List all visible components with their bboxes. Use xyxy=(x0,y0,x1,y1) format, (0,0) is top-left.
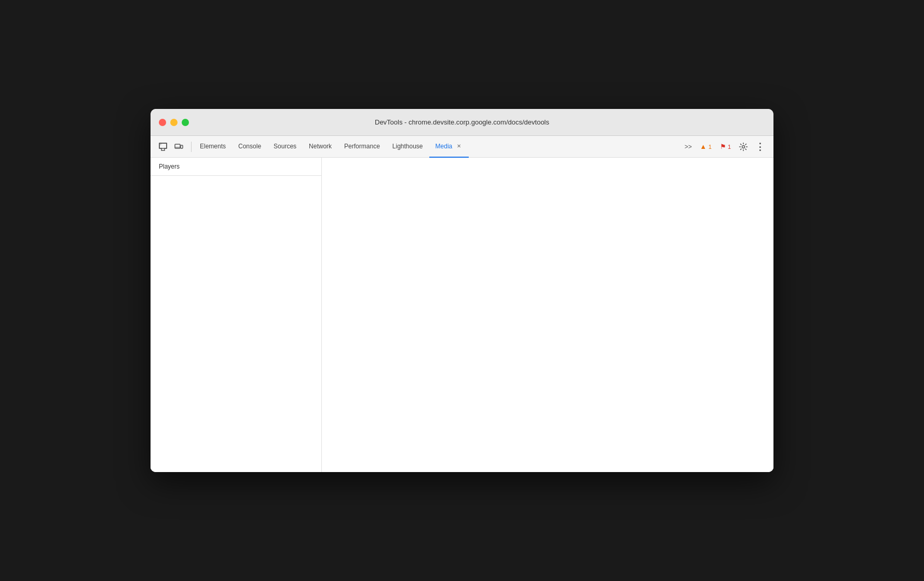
tab-network[interactable]: Network xyxy=(303,136,338,158)
tab-bar: Elements Console Sources Network Perform… xyxy=(151,136,773,158)
device-toggle-button[interactable] xyxy=(171,140,186,154)
sidebar: Players xyxy=(151,158,322,472)
devtools-window: DevTools - chrome.devsite.corp.google.co… xyxy=(151,109,773,472)
tab-bar-icons xyxy=(153,140,189,154)
main-content: Players xyxy=(151,158,773,472)
svg-rect-2 xyxy=(175,144,180,148)
error-count: 1 xyxy=(728,144,731,150)
settings-icon xyxy=(739,142,748,151)
inspector-toggle-button[interactable] xyxy=(156,140,170,154)
settings-button[interactable] xyxy=(736,140,751,154)
errors-badge[interactable]: ⚑ 1 xyxy=(717,142,734,151)
tab-media[interactable]: Media ✕ xyxy=(429,136,469,158)
content-area xyxy=(322,158,773,472)
tab-elements[interactable]: Elements xyxy=(194,136,232,158)
minimize-button[interactable] xyxy=(170,119,178,126)
more-options-button[interactable]: ⋮ xyxy=(753,140,767,154)
device-icon xyxy=(174,142,183,151)
maximize-button[interactable] xyxy=(182,119,189,126)
warnings-badge[interactable]: ▲ 1 xyxy=(697,142,715,151)
close-button[interactable] xyxy=(159,119,166,126)
tab-divider-1 xyxy=(191,142,192,152)
svg-rect-1 xyxy=(159,143,167,148)
more-icon: ⋮ xyxy=(755,142,765,151)
sidebar-header: Players xyxy=(151,158,321,176)
warning-icon: ▲ xyxy=(700,143,707,150)
players-label: Players xyxy=(159,163,180,170)
tab-console[interactable]: Console xyxy=(232,136,267,158)
title-bar: DevTools - chrome.devsite.corp.google.co… xyxy=(151,109,773,136)
tab-lighthouse[interactable]: Lighthouse xyxy=(386,136,429,158)
tab-bar-right: >> ▲ 1 ⚑ 1 ⋮ xyxy=(682,140,771,154)
tab-sources[interactable]: Sources xyxy=(267,136,303,158)
traffic-lights xyxy=(159,119,189,126)
svg-point-5 xyxy=(742,145,745,148)
warning-count: 1 xyxy=(709,144,712,150)
tab-media-close[interactable]: ✕ xyxy=(455,143,463,150)
more-tabs-button[interactable]: >> xyxy=(682,141,695,153)
window-title: DevTools - chrome.devsite.corp.google.co… xyxy=(375,118,549,126)
error-icon: ⚑ xyxy=(720,143,726,150)
inspector-icon xyxy=(158,142,168,151)
svg-rect-3 xyxy=(181,145,183,148)
tab-performance[interactable]: Performance xyxy=(338,136,386,158)
